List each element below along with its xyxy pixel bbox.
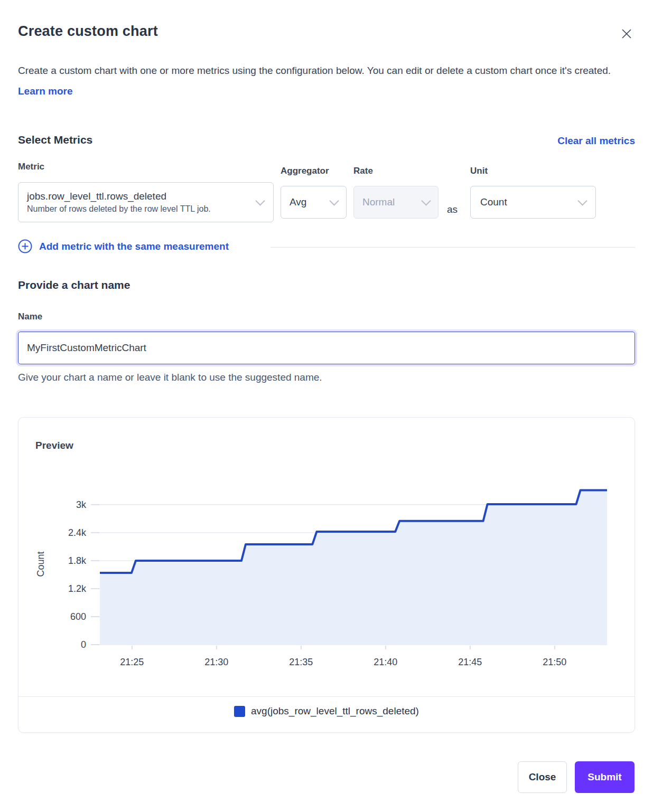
svg-text:1.2k: 1.2k	[68, 583, 87, 594]
aggregator-select-value: Avg	[290, 196, 331, 208]
svg-text:21:50: 21:50	[543, 657, 566, 667]
aggregator-select[interactable]: Avg	[281, 186, 347, 219]
page-title: Create custom chart	[18, 23, 158, 40]
description-text: Create a custom chart with one or more m…	[18, 65, 611, 76]
modal-description: Create a custom chart with one or more m…	[18, 60, 621, 101]
svg-text:2.4k: 2.4k	[68, 527, 87, 538]
svg-text:600: 600	[70, 611, 86, 622]
chevron-down-icon	[577, 196, 587, 205]
preview-chart-svg: 06001.2k1.8k2.4k3k21:2521:3021:3521:4021…	[35, 476, 619, 670]
chevron-down-icon	[255, 196, 265, 205]
metric-select-value: jobs.row_level_ttl.rows_deleted	[27, 190, 257, 203]
svg-text:0: 0	[81, 639, 86, 650]
select-metrics-heading: Select Metrics	[18, 134, 92, 146]
rate-select-value: Normal	[362, 196, 423, 208]
rate-select: Normal	[353, 186, 439, 219]
modal-close-button[interactable]	[617, 24, 636, 43]
name-input[interactable]	[18, 332, 635, 364]
submit-button-label: Submit	[587, 771, 621, 783]
legend-label: avg(jobs_row_level_ttl_rows_deleted)	[251, 705, 419, 717]
metric-select[interactable]: jobs.row_level_ttl.rows_deleted Number o…	[18, 182, 274, 222]
name-helper-text: Give your chart a name or leave it blank…	[18, 372, 322, 383]
unit-select-value: Count	[480, 196, 579, 208]
chevron-down-icon	[421, 196, 431, 205]
as-label: as	[447, 204, 458, 215]
preview-card: Preview 06001.2k1.8k2.4k3k21:2521:3021:3…	[18, 417, 635, 733]
learn-more-link[interactable]: Learn more	[18, 86, 72, 97]
svg-text:21:45: 21:45	[458, 657, 482, 667]
svg-text:21:40: 21:40	[374, 657, 397, 667]
chart-name-heading: Provide a chart name	[18, 279, 130, 291]
rate-column-label: Rate	[353, 166, 373, 176]
submit-button[interactable]: Submit	[575, 761, 635, 793]
legend-swatch-icon	[234, 706, 245, 717]
add-metric-label: Add metric with the same measurement	[39, 241, 229, 252]
chart-legend: avg(jobs_row_level_ttl_rows_deleted)	[18, 705, 635, 717]
metric-select-description: Number of rows deleted by the row level …	[27, 203, 257, 215]
close-button[interactable]: Close	[518, 761, 567, 793]
metric-column-label: Metric	[18, 162, 44, 172]
clear-all-metrics-link[interactable]: Clear all metrics	[557, 135, 635, 147]
chevron-down-icon	[329, 196, 339, 205]
add-circle-icon	[18, 239, 32, 253]
svg-text:21:35: 21:35	[289, 657, 313, 667]
close-button-label: Close	[529, 771, 556, 783]
name-label: Name	[18, 311, 42, 322]
unit-column-label: Unit	[470, 166, 488, 176]
svg-text:21:30: 21:30	[204, 657, 228, 667]
svg-text:21:25: 21:25	[120, 657, 144, 667]
preview-title: Preview	[35, 440, 73, 451]
svg-text:Count: Count	[35, 551, 46, 577]
divider	[18, 696, 635, 697]
divider	[270, 247, 635, 248]
create-custom-chart-modal: Create custom chart Create a custom char…	[0, 0, 653, 812]
close-icon	[621, 28, 632, 40]
unit-select[interactable]: Count	[470, 186, 596, 219]
svg-text:3k: 3k	[76, 499, 87, 510]
aggregator-column-label: Aggregator	[281, 166, 329, 176]
add-metric-button[interactable]: Add metric with the same measurement	[18, 239, 229, 253]
svg-text:1.8k: 1.8k	[68, 555, 87, 566]
